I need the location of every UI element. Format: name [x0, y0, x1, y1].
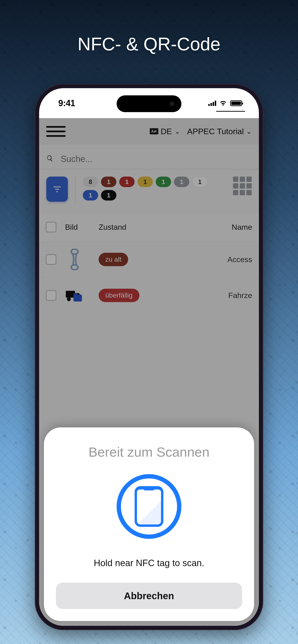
cancel-button[interactable]: Abbrechen [56, 583, 242, 609]
promo-title: NFC- & QR-Code [0, 34, 298, 54]
status-time: 9:41 [58, 98, 75, 108]
screen: 9:41 A⇄ DE ⌄ [39, 88, 259, 626]
nfc-scan-graphic [117, 474, 181, 539]
nfc-instruction-text: Hold near NFC tag to scan. [56, 558, 242, 568]
status-underline [216, 111, 245, 112]
phone-outline-icon [135, 486, 163, 527]
status-indicators [208, 100, 242, 106]
device-frame: 9:41 A⇄ DE ⌄ [35, 84, 263, 630]
nfc-scan-sheet: Bereit zum Scannen Hold near NFC tag to … [44, 428, 254, 621]
cellular-signal-icon [208, 100, 216, 106]
dynamic-island [117, 95, 181, 112]
app-content: A⇄ DE ⌄ APPEC Tutorial ⌄ [39, 118, 259, 626]
nfc-sheet-title: Bereit zum Scannen [56, 444, 242, 460]
battery-icon [230, 100, 242, 106]
wifi-icon [220, 100, 227, 106]
